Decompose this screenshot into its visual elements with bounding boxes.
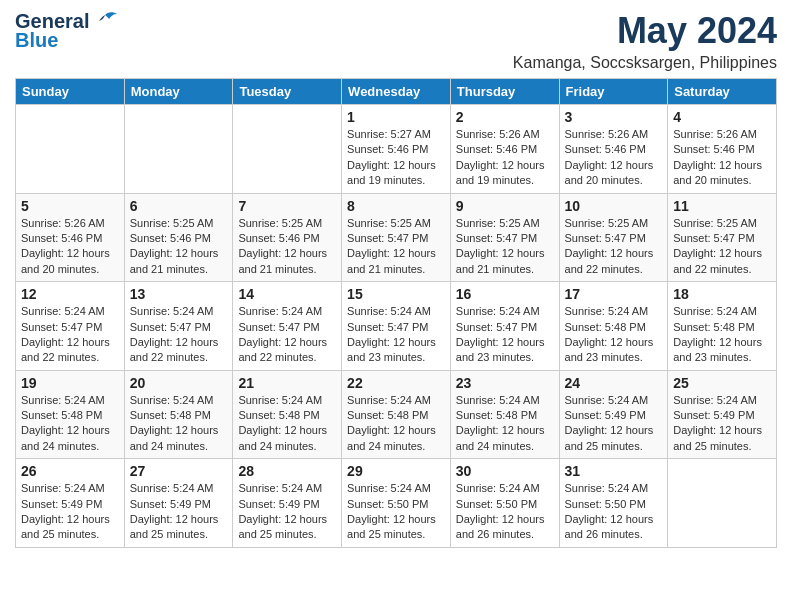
calendar-day-cell: 15Sunrise: 5:24 AM Sunset: 5:47 PM Dayli…	[342, 282, 451, 371]
day-info: Sunrise: 5:24 AM Sunset: 5:49 PM Dayligh…	[565, 393, 663, 455]
day-info: Sunrise: 5:25 AM Sunset: 5:47 PM Dayligh…	[456, 216, 554, 278]
day-info: Sunrise: 5:24 AM Sunset: 5:47 PM Dayligh…	[238, 304, 336, 366]
location: Kamanga, Soccsksargen, Philippines	[513, 54, 777, 72]
calendar-day-cell: 13Sunrise: 5:24 AM Sunset: 5:47 PM Dayli…	[124, 282, 233, 371]
calendar-day-cell: 24Sunrise: 5:24 AM Sunset: 5:49 PM Dayli…	[559, 370, 668, 459]
weekday-header: Wednesday	[342, 79, 451, 105]
day-info: Sunrise: 5:24 AM Sunset: 5:47 PM Dayligh…	[456, 304, 554, 366]
calendar-day-cell: 4Sunrise: 5:26 AM Sunset: 5:46 PM Daylig…	[668, 105, 777, 194]
header: General Blue May 2024 Kamanga, Soccsksar…	[15, 10, 777, 72]
weekday-header: Thursday	[450, 79, 559, 105]
calendar-day-cell: 29Sunrise: 5:24 AM Sunset: 5:50 PM Dayli…	[342, 459, 451, 548]
day-info: Sunrise: 5:24 AM Sunset: 5:47 PM Dayligh…	[130, 304, 228, 366]
day-info: Sunrise: 5:24 AM Sunset: 5:50 PM Dayligh…	[565, 481, 663, 543]
day-info: Sunrise: 5:25 AM Sunset: 5:47 PM Dayligh…	[565, 216, 663, 278]
calendar-day-cell: 9Sunrise: 5:25 AM Sunset: 5:47 PM Daylig…	[450, 193, 559, 282]
day-number: 31	[565, 463, 663, 479]
calendar-day-cell: 23Sunrise: 5:24 AM Sunset: 5:48 PM Dayli…	[450, 370, 559, 459]
calendar-day-cell	[668, 459, 777, 548]
day-info: Sunrise: 5:25 AM Sunset: 5:47 PM Dayligh…	[347, 216, 445, 278]
day-number: 9	[456, 198, 554, 214]
weekday-header: Sunday	[16, 79, 125, 105]
calendar-day-cell: 6Sunrise: 5:25 AM Sunset: 5:46 PM Daylig…	[124, 193, 233, 282]
calendar-week-row: 12Sunrise: 5:24 AM Sunset: 5:47 PM Dayli…	[16, 282, 777, 371]
calendar-table: SundayMondayTuesdayWednesdayThursdayFrid…	[15, 78, 777, 548]
day-info: Sunrise: 5:26 AM Sunset: 5:46 PM Dayligh…	[21, 216, 119, 278]
weekday-header: Monday	[124, 79, 233, 105]
day-number: 19	[21, 375, 119, 391]
title-section: May 2024 Kamanga, Soccsksargen, Philippi…	[513, 10, 777, 72]
logo-blue: Blue	[15, 29, 58, 52]
calendar-day-cell: 20Sunrise: 5:24 AM Sunset: 5:48 PM Dayli…	[124, 370, 233, 459]
calendar-day-cell: 21Sunrise: 5:24 AM Sunset: 5:48 PM Dayli…	[233, 370, 342, 459]
calendar-day-cell: 26Sunrise: 5:24 AM Sunset: 5:49 PM Dayli…	[16, 459, 125, 548]
weekday-header: Friday	[559, 79, 668, 105]
calendar-day-cell: 7Sunrise: 5:25 AM Sunset: 5:46 PM Daylig…	[233, 193, 342, 282]
day-number: 30	[456, 463, 554, 479]
day-info: Sunrise: 5:26 AM Sunset: 5:46 PM Dayligh…	[456, 127, 554, 189]
day-info: Sunrise: 5:24 AM Sunset: 5:48 PM Dayligh…	[238, 393, 336, 455]
page-container: General Blue May 2024 Kamanga, Soccsksar…	[0, 0, 792, 558]
day-info: Sunrise: 5:24 AM Sunset: 5:49 PM Dayligh…	[21, 481, 119, 543]
day-number: 3	[565, 109, 663, 125]
calendar-week-row: 26Sunrise: 5:24 AM Sunset: 5:49 PM Dayli…	[16, 459, 777, 548]
day-number: 5	[21, 198, 119, 214]
day-number: 28	[238, 463, 336, 479]
day-info: Sunrise: 5:24 AM Sunset: 5:47 PM Dayligh…	[21, 304, 119, 366]
day-number: 11	[673, 198, 771, 214]
day-number: 29	[347, 463, 445, 479]
day-info: Sunrise: 5:24 AM Sunset: 5:48 PM Dayligh…	[565, 304, 663, 366]
day-info: Sunrise: 5:24 AM Sunset: 5:48 PM Dayligh…	[456, 393, 554, 455]
day-number: 17	[565, 286, 663, 302]
day-number: 2	[456, 109, 554, 125]
weekday-header: Tuesday	[233, 79, 342, 105]
logo-bird-icon	[91, 11, 119, 33]
day-number: 1	[347, 109, 445, 125]
calendar-day-cell: 1Sunrise: 5:27 AM Sunset: 5:46 PM Daylig…	[342, 105, 451, 194]
day-info: Sunrise: 5:24 AM Sunset: 5:48 PM Dayligh…	[21, 393, 119, 455]
calendar-day-cell: 10Sunrise: 5:25 AM Sunset: 5:47 PM Dayli…	[559, 193, 668, 282]
calendar-day-cell: 8Sunrise: 5:25 AM Sunset: 5:47 PM Daylig…	[342, 193, 451, 282]
day-info: Sunrise: 5:25 AM Sunset: 5:46 PM Dayligh…	[238, 216, 336, 278]
day-info: Sunrise: 5:24 AM Sunset: 5:47 PM Dayligh…	[347, 304, 445, 366]
calendar-day-cell: 18Sunrise: 5:24 AM Sunset: 5:48 PM Dayli…	[668, 282, 777, 371]
day-number: 16	[456, 286, 554, 302]
calendar-week-row: 1Sunrise: 5:27 AM Sunset: 5:46 PM Daylig…	[16, 105, 777, 194]
day-number: 23	[456, 375, 554, 391]
calendar-day-cell: 17Sunrise: 5:24 AM Sunset: 5:48 PM Dayli…	[559, 282, 668, 371]
calendar-day-cell: 16Sunrise: 5:24 AM Sunset: 5:47 PM Dayli…	[450, 282, 559, 371]
day-number: 6	[130, 198, 228, 214]
logo: General Blue	[15, 10, 119, 52]
weekday-header: Saturday	[668, 79, 777, 105]
day-info: Sunrise: 5:24 AM Sunset: 5:49 PM Dayligh…	[673, 393, 771, 455]
day-info: Sunrise: 5:26 AM Sunset: 5:46 PM Dayligh…	[673, 127, 771, 189]
calendar-day-cell: 31Sunrise: 5:24 AM Sunset: 5:50 PM Dayli…	[559, 459, 668, 548]
day-number: 13	[130, 286, 228, 302]
calendar-day-cell: 5Sunrise: 5:26 AM Sunset: 5:46 PM Daylig…	[16, 193, 125, 282]
day-number: 24	[565, 375, 663, 391]
calendar-day-cell: 11Sunrise: 5:25 AM Sunset: 5:47 PM Dayli…	[668, 193, 777, 282]
day-number: 7	[238, 198, 336, 214]
day-info: Sunrise: 5:24 AM Sunset: 5:48 PM Dayligh…	[673, 304, 771, 366]
day-number: 15	[347, 286, 445, 302]
calendar-day-cell: 3Sunrise: 5:26 AM Sunset: 5:46 PM Daylig…	[559, 105, 668, 194]
day-info: Sunrise: 5:27 AM Sunset: 5:46 PM Dayligh…	[347, 127, 445, 189]
day-number: 20	[130, 375, 228, 391]
day-number: 18	[673, 286, 771, 302]
day-info: Sunrise: 5:25 AM Sunset: 5:46 PM Dayligh…	[130, 216, 228, 278]
calendar-day-cell	[233, 105, 342, 194]
day-info: Sunrise: 5:24 AM Sunset: 5:48 PM Dayligh…	[347, 393, 445, 455]
day-number: 8	[347, 198, 445, 214]
day-number: 14	[238, 286, 336, 302]
day-info: Sunrise: 5:24 AM Sunset: 5:49 PM Dayligh…	[238, 481, 336, 543]
day-number: 21	[238, 375, 336, 391]
calendar-day-cell: 27Sunrise: 5:24 AM Sunset: 5:49 PM Dayli…	[124, 459, 233, 548]
day-number: 27	[130, 463, 228, 479]
calendar-day-cell: 2Sunrise: 5:26 AM Sunset: 5:46 PM Daylig…	[450, 105, 559, 194]
calendar-day-cell: 22Sunrise: 5:24 AM Sunset: 5:48 PM Dayli…	[342, 370, 451, 459]
calendar-day-cell: 19Sunrise: 5:24 AM Sunset: 5:48 PM Dayli…	[16, 370, 125, 459]
day-info: Sunrise: 5:24 AM Sunset: 5:50 PM Dayligh…	[456, 481, 554, 543]
month-title: May 2024	[513, 10, 777, 52]
day-info: Sunrise: 5:25 AM Sunset: 5:47 PM Dayligh…	[673, 216, 771, 278]
day-number: 4	[673, 109, 771, 125]
